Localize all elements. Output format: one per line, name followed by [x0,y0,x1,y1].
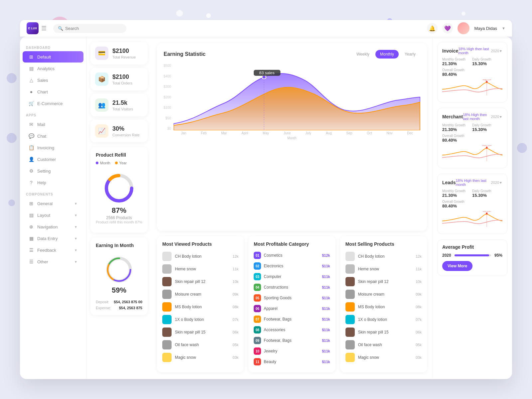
category-row: 05 Sporting Goods $11k [254,293,330,303]
product-row: Oil face wash 05k [162,338,238,351]
leads-metrics: Monthly Growth 21.30% Daily Growth 15.30… [442,189,502,198]
svg-point-14 [486,147,487,148]
sidebar-item-chart[interactable]: ● Chart [23,86,83,97]
stat-value: $2100 [112,73,132,80]
product-row: Skin repair pill 15 06k [162,326,238,338]
stat-label: Total Revenue [112,55,136,59]
sidebar-item-icon: ☰ [29,259,34,264]
sidebar-item-layout[interactable]: ▤ Layout ▼ [23,209,83,221]
sidebar-item-label: General [37,201,71,206]
center-panel: Earning Statistic Weekly Monthly Yearly … [152,37,432,379]
sidebar-item-data-entry[interactable]: ▦ Data Entry ▼ [23,233,83,244]
sidebar-item-analytics[interactable]: ▤ Analytics [23,63,83,74]
product-value: 12k [233,254,239,258]
category-name: Constructions [264,285,319,290]
selling-product-name: 1X o Body lotion [358,317,413,322]
chevron-down-icon[interactable]: ▼ [499,181,502,185]
view-more-button[interactable]: View More [442,261,472,271]
selling-product-thumbnail [345,340,355,349]
x-axis-labels: JanFebMarAprilMayJuneJulyAugSepOctNovDec [174,131,420,135]
most-selling-title: Most Selling Products [345,241,422,247]
donut-description: Product refill this month 87% [96,220,142,224]
product-row: Skin repair pill 12 10k [162,275,238,288]
chevron-down-icon: ▼ [74,248,77,252]
chevron-down-icon[interactable]: ▼ [499,115,502,119]
invoice-badge: 18% High then last month [458,47,491,55]
notification-message-icon[interactable]: 💜 [442,23,453,34]
product-value: 07k [233,318,239,322]
selling-product-value: 08k [416,305,422,309]
chart-header: Earning Statistic Weekly Monthly Yearly [164,50,420,59]
most-viewed-title: Most Viewed Products [162,241,238,247]
selling-product-value: 09k [416,292,422,296]
selling-product-thumbnail [345,353,355,362]
invoice-card: Invoice 18% High then last month 2020 ▼ … [437,42,507,102]
notification-bell-icon[interactable]: 🔔 [427,23,438,34]
merchant-year: 2020 [491,115,499,119]
sidebar-item-feedback[interactable]: ☰ Feedback ▼ [23,244,83,256]
invoice-title: Invoice [442,48,458,54]
progress-bar-background [455,254,491,256]
sidebar-item-default[interactable]: ⊞ Default [23,51,83,63]
sidebar-item-label: Feedback [37,248,71,253]
category-name: Beauty [264,359,319,364]
sidebar-item-label: Help [37,180,77,185]
merchant-header: Merchant 18% High then last month 2020 ▼ [442,113,502,121]
product-row: CH Body lotion 12k [162,250,238,263]
sidebar-item-other[interactable]: ☰ Other ▼ [23,256,83,267]
category-row: 08 Accessories $11k [254,325,330,335]
stat-card: 👥 21.5k Total Visitors [90,94,148,116]
sidebar-item-help[interactable]: ? Help [23,177,83,188]
earning-month-title: Earning In Month [96,243,142,248]
category-badge: 11 [254,358,261,365]
chevron-down-icon[interactable]: ▼ [502,26,505,30]
earning-donut: 59% [96,251,142,298]
category-name: Computer [264,274,319,279]
sidebar-item-general[interactable]: ⊞ General ▼ [23,198,83,209]
sidebar-item-label: Customer [37,157,77,162]
leads-daily: Daily Growth 15.30% [472,189,491,198]
sidebar-item-mail[interactable]: ✉ Mail [23,119,83,130]
sidebar-item-navigation[interactable]: ⊕ Navigation ▼ [23,221,83,232]
category-row: 02 Electronics $11k [254,261,330,271]
stat-value: $2100 [112,48,136,55]
menu-icon[interactable]: ☰ [41,25,47,32]
most-selling-list: CH Body lotion 12k Heme snow 11k Skin re… [345,250,422,364]
selling-product-thumbnail [345,264,355,274]
left-column: 💳 $2100 Total Revenue 📦 $2100 Total Orde… [86,37,152,379]
selling-product-name: MS Body lotion [358,305,413,309]
tab-weekly[interactable]: Weekly [352,50,374,59]
category-value: $11k [322,328,330,332]
selling-product-thumbnail [345,302,355,312]
sidebar-item-sales[interactable]: △ Sales [23,74,83,86]
sidebar-item-icon: ⊕ [29,224,34,229]
legend-year: Year [115,161,127,165]
sidebar-item-e-commerce[interactable]: 🛒 E-Commerce [23,98,83,109]
sidebar-item-invoicing[interactable]: 📋 Invoicing [23,142,83,153]
chevron-down-icon: ▼ [74,225,77,229]
selling-product-name: CH Body lotion [358,254,413,259]
invoice-metrics: Monthly Growth 21.30% Daily Growth 15.30… [442,58,502,66]
category-name: Apparel [264,306,319,311]
tab-yearly[interactable]: Yearly [400,50,420,59]
sidebar-item-setting[interactable]: ⚙ Setting [23,165,83,177]
product-thumbnail [162,353,172,362]
category-row: 11 Beauty $11k [254,356,330,367]
sidebar-item-customer[interactable]: 👤 Customer [23,154,83,165]
sidebar-item-icon: 👤 [29,157,34,162]
category-value: $11k [322,285,330,289]
invoice-overall: Overall Growth 80.40% [442,68,502,77]
chevron-down-icon[interactable]: ▼ [499,49,502,53]
avatar[interactable] [458,22,469,34]
product-value: 09k [233,292,239,296]
stat-icon: 👥 [95,98,108,112]
search-input[interactable] [65,26,122,31]
leads-year: 2020 [491,181,499,185]
tab-monthly[interactable]: Monthly [375,50,399,59]
merchant-daily: Daily Growth 15.30% [472,123,491,132]
main-content: 💳 $2100 Total Revenue 📦 $2100 Total Orde… [86,37,512,379]
sidebar-item-chat[interactable]: 💬 Chat [23,130,83,142]
most-profitable-title: Most Profitable Category [254,241,330,247]
legend-dot-month [96,162,98,164]
stat-label: Total Orders [112,81,132,85]
